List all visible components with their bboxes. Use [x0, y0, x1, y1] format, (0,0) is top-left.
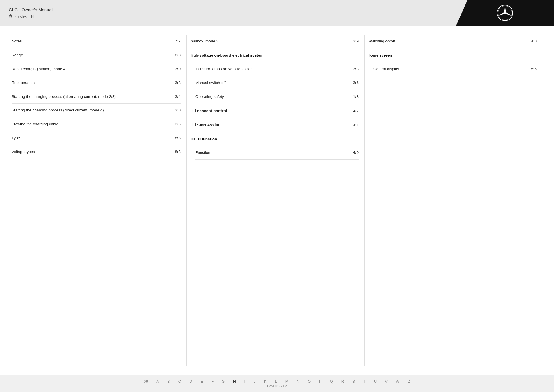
alpha-n[interactable]: N — [293, 379, 304, 384]
entry-page[interactable]: 8›3 — [175, 136, 181, 140]
section-label: Hill descent control — [190, 109, 227, 113]
entry-page[interactable]: 7›7 — [175, 39, 181, 43]
alpha-i[interactable]: I — [240, 379, 250, 384]
entry-rapid-charging: Rapid charging station, mode 4 3›0 — [12, 62, 181, 76]
entry-label: Rapid charging station, mode 4 — [12, 66, 175, 72]
entry-page[interactable]: 1›8 — [353, 94, 359, 99]
logo-area — [456, 0, 554, 26]
entry-page[interactable]: 3›0 — [175, 108, 181, 112]
breadcrumb-index[interactable]: Index — [17, 14, 27, 18]
mercedes-logo — [496, 4, 514, 22]
entry-label: Manual switch-off — [195, 80, 353, 86]
header: GLC - Owner's Manual › Index › H — [0, 0, 554, 26]
entry-label: Function — [195, 150, 353, 156]
section-hold-function: HOLD function — [190, 132, 359, 146]
alphabet-bar: 09 A B C D E F G H I J K L M N O P Q R S… — [0, 379, 554, 384]
sub-entries-home: Central display 5›6 — [368, 62, 537, 76]
sub-entries-hv: Indicator lamps on vehicle socket 3›3 Ma… — [190, 62, 359, 104]
home-icon[interactable] — [9, 14, 13, 19]
entry-page[interactable]: 8›3 — [175, 53, 181, 57]
footer: 09 A B C D E F G H I J K L M N O P Q R S… — [0, 375, 554, 392]
entry-page[interactable]: 3›0 — [175, 67, 181, 71]
entry-page[interactable]: 3›9 — [353, 39, 359, 43]
entry-label: Switching on/off — [368, 39, 531, 44]
sub-entries-hold: Function 4›0 — [190, 146, 359, 160]
entry-page[interactable]: 8›3 — [175, 150, 181, 154]
column-2: Wallbox, mode 3 3›9 High-voltage on-boar… — [187, 35, 365, 366]
alpha-p[interactable]: P — [315, 379, 326, 384]
index-columns: Notes 7›7 Range 8›3 Rapid charging stati… — [12, 35, 542, 366]
alpha-s[interactable]: S — [348, 379, 359, 384]
entry-stowing: Stowing the charging cable 3›6 — [12, 117, 181, 131]
alpha-09[interactable]: 09 — [140, 379, 152, 384]
alpha-u[interactable]: U — [370, 379, 381, 384]
alpha-f[interactable]: F — [207, 379, 218, 384]
entry-page[interactable]: 4›7 — [353, 109, 359, 113]
alpha-k[interactable]: K — [260, 379, 271, 384]
section-home-screen: Home screen — [368, 48, 537, 62]
entry-label: Type — [12, 135, 175, 141]
entry-operating-safety: Operating safety 1›8 — [195, 90, 359, 104]
alpha-t[interactable]: T — [359, 379, 370, 384]
alpha-q[interactable]: Q — [326, 379, 337, 384]
entry-function: Function 4›0 — [195, 146, 359, 160]
entry-notes: Notes 7›7 — [12, 35, 181, 48]
entry-page[interactable]: 4›1 — [353, 123, 359, 127]
entry-page[interactable]: 5›6 — [531, 67, 537, 71]
breadcrumb: › Index › H — [9, 14, 447, 19]
footer-code: F254 0177 02 — [267, 384, 287, 388]
entry-page[interactable]: 3›4 — [175, 94, 181, 99]
column-1: Notes 7›7 Range 8›3 Rapid charging stati… — [12, 35, 187, 366]
entry-starting-dc: Starting the charging process (direct cu… — [12, 104, 181, 117]
entry-label: Starting the charging process (direct cu… — [12, 108, 175, 113]
entry-label: Stowing the charging cable — [12, 122, 175, 127]
entry-label: Starting the charging process (alternati… — [12, 94, 175, 100]
entry-label: Wallbox, mode 3 — [190, 39, 353, 44]
entry-central-display: Central display 5›6 — [373, 62, 537, 76]
breadcrumb-current: H — [31, 14, 34, 18]
alpha-a[interactable]: A — [152, 379, 163, 384]
entry-label: Indicator lamps on vehicle socket — [195, 66, 353, 72]
entry-page[interactable]: 3›3 — [353, 67, 359, 71]
section-hv-electrical: High-voltage on-board electrical system — [190, 48, 359, 62]
entry-label: Central display — [373, 66, 531, 72]
entry-label: Operating safety — [195, 94, 353, 100]
entry-page[interactable]: 3›8 — [175, 81, 181, 85]
alpha-m[interactable]: M — [281, 379, 293, 384]
entry-label: Notes — [12, 39, 175, 44]
section-hill-descent: Hill descent control 4›7 — [190, 104, 359, 118]
alpha-c[interactable]: C — [174, 379, 185, 384]
alpha-l[interactable]: L — [271, 379, 281, 384]
alpha-g[interactable]: G — [218, 379, 229, 384]
entry-label: Recuperation — [12, 80, 175, 86]
entry-label: Range — [12, 53, 175, 58]
alpha-w[interactable]: W — [392, 379, 404, 384]
entry-page[interactable]: 4›0 — [353, 150, 359, 155]
alpha-j[interactable]: J — [250, 379, 260, 384]
column-3: Switching on/off 4›0 Home screen Central… — [365, 35, 542, 366]
breadcrumb-sep-1: › — [14, 14, 16, 18]
alpha-d[interactable]: D — [185, 379, 196, 384]
entry-range: Range 8›3 — [12, 48, 181, 62]
alpha-h[interactable]: H — [229, 379, 240, 384]
entry-page[interactable]: 3›6 — [353, 81, 359, 85]
entry-starting-ac: Starting the charging process (alternati… — [12, 90, 181, 104]
entry-label: Voltage types — [12, 149, 175, 155]
entry-manual-switch: Manual switch-off 3›6 — [195, 76, 359, 90]
entry-page[interactable]: 4›0 — [531, 39, 537, 43]
main-content: Notes 7›7 Range 8›3 Rapid charging stati… — [0, 26, 554, 375]
page-title: GLC - Owner's Manual — [9, 7, 447, 12]
header-left: GLC - Owner's Manual › Index › H — [0, 0, 456, 26]
alpha-e[interactable]: E — [196, 379, 207, 384]
entry-page[interactable]: 3›6 — [175, 122, 181, 126]
alpha-v[interactable]: V — [381, 379, 392, 384]
alpha-b[interactable]: B — [163, 379, 174, 384]
alpha-z[interactable]: Z — [404, 379, 414, 384]
section-label: Hill Start Assist — [190, 123, 219, 127]
entry-recuperation: Recuperation 3›8 — [12, 76, 181, 90]
entry-wallbox: Wallbox, mode 3 3›9 — [190, 35, 359, 48]
alpha-o[interactable]: O — [304, 379, 315, 384]
section-hill-start: Hill Start Assist 4›1 — [190, 118, 359, 132]
entry-voltage-types: Voltage types 8›3 — [12, 145, 181, 159]
alpha-r[interactable]: R — [337, 379, 348, 384]
